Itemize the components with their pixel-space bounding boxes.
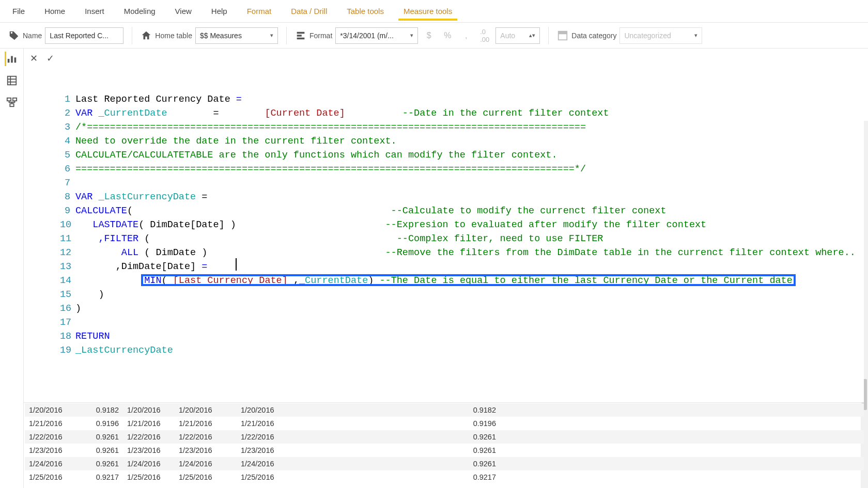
separator [132,27,132,44]
tab-view[interactable]: View [166,2,201,20]
table-row[interactable]: 1/20/20160.91821/20/20161/20/20161/20/20… [25,403,864,417]
svg-rect-3 [11,56,13,63]
canvas: Sal Sup FullName Date ✕ ✓ 1Last Reported… [24,49,868,488]
code-line: 10 LASTDATE( DimDate[Date] ) --Expresion… [60,218,864,232]
table-row[interactable]: 1/24/20160.92611/24/20161/24/20161/24/20… [25,457,864,470]
cell: 0.9261 [76,446,123,454]
view-rail [0,49,24,488]
code-line: 7 [60,176,864,190]
thousands-button[interactable]: , [458,28,474,43]
cell: 0.9182 [76,406,123,414]
percent-button[interactable]: % [440,28,455,43]
cell: 0.9261 [319,433,500,441]
tab-help[interactable]: Help [202,2,237,20]
tab-table-tools[interactable]: Table tools [337,2,393,20]
tab-file[interactable]: File [3,2,34,20]
chevron-down-icon: ▾ [270,32,273,39]
cell: 1/25/2016 [237,473,319,481]
cell: 1/20/2016 [123,406,175,414]
cell: 1/20/2016 [175,406,237,414]
ribbon-toolbar: Name Last Reported C... Home table $$ Me… [0,23,868,49]
code-line: 18RETURN [60,329,864,343]
cell: 0.9182 [319,406,500,414]
cell: 1/22/2016 [175,433,237,441]
cell: 1/21/2016 [237,419,319,428]
decimal-places-input[interactable]: Auto ▴▾ [495,27,540,44]
formula-controls: ✕ ✓ [24,49,60,402]
tab-data-drill[interactable]: Data / Drill [282,2,336,20]
measure-name-input[interactable]: Last Reported C... [45,27,123,44]
code-line: 16) [60,302,864,316]
svg-rect-1 [559,31,567,34]
tag-icon [8,30,20,41]
group-home-table: Home table $$ Measures ▾ [136,27,282,44]
code-line: 6=======================================… [60,162,864,176]
cell: 1/24/2016 [25,460,76,468]
table-row[interactable]: 1/21/20160.91961/21/20161/21/20161/21/20… [25,417,864,430]
decimal-icon[interactable]: .0.00 [477,28,492,43]
format-select[interactable]: *3/14/2001 (m/... ▾ [335,27,418,44]
cell: 0.9261 [76,433,123,441]
table-row[interactable]: 1/25/20160.92171/25/20161/25/20161/25/20… [25,470,864,484]
code-line: 13 ,DimDate[Date] = [60,260,864,274]
cell: 1/21/2016 [175,419,237,428]
tab-modeling[interactable]: Modeling [115,2,165,20]
home-table-label: Home table [155,32,192,40]
tab-insert[interactable]: Insert [75,2,114,20]
cell: 1/20/2016 [25,406,76,414]
cell: 1/20/2016 [237,406,319,414]
separator [548,27,549,44]
main-area: Sal Sup FullName Date ✕ ✓ 1Last Reported… [0,49,868,488]
svg-rect-5 [7,76,16,85]
tab-format[interactable]: Format [238,2,281,20]
group-name: Name Last Reported C... [4,27,128,44]
format-value: *3/14/2001 (m/... [340,32,394,40]
cell: 0.9196 [319,419,500,428]
chevron-down-icon: ▾ [694,32,698,39]
cell: 1/23/2016 [25,446,76,454]
cell: 0.9261 [319,460,500,468]
group-data-category: Data category Uncategorized ▾ [553,27,706,44]
cell: 0.9196 [76,419,123,428]
table-row[interactable]: 1/22/20160.92611/22/20161/22/20161/22/20… [25,430,864,444]
data-category-select[interactable]: Uncategorized ▾ [619,27,702,44]
cell: 1/23/2016 [237,446,319,454]
svg-rect-4 [14,57,16,62]
cell: 1/24/2016 [175,460,237,468]
text-caret [236,258,237,271]
cell: 1/22/2016 [25,433,76,441]
code-line: 8VAR _LastCurrencyDate = [60,190,864,204]
cell: 0.9217 [319,473,500,481]
ribbon-tabs: File Home Insert Modeling View Help Form… [0,0,868,23]
tab-measure-tools[interactable]: Measure tools [394,2,461,20]
cell: 1/21/2016 [25,419,76,428]
cell: 1/24/2016 [237,460,319,468]
home-table-select[interactable]: $$ Measures ▾ [195,27,278,44]
cell: 1/25/2016 [25,473,76,481]
name-label: Name [23,32,42,40]
code-line: 5CALCULATE/CALCULATETABLE are the only f… [60,148,864,162]
cell: 0.9217 [76,473,123,481]
decimal-places-value: Auto [500,32,515,40]
code-line: 3/*=====================================… [60,120,864,134]
data-category-value: Uncategorized [624,32,671,40]
cancel-formula-button[interactable]: ✕ [27,52,40,65]
report-view-button[interactable] [5,52,19,66]
formula-bar: ✕ ✓ 1Last Reported Currency Date =2VAR _… [24,49,864,403]
cell: 0.9261 [76,460,123,468]
tab-home[interactable]: Home [35,2,74,20]
commit-formula-button[interactable]: ✓ [43,52,57,65]
table-row[interactable]: 1/23/20160.92611/23/20161/23/20161/23/20… [25,444,864,457]
code-line: 15 ) [60,288,864,302]
code-line: 12 ALL ( DimDate ) --Remove the filters … [60,246,864,260]
category-icon [557,30,568,41]
svg-rect-9 [7,98,10,101]
svg-rect-10 [12,98,16,101]
home-icon [141,30,152,41]
model-view-button[interactable] [5,95,19,109]
data-category-label: Data category [571,32,616,40]
data-view-button[interactable] [5,73,19,88]
dax-editor[interactable]: 1Last Reported Currency Date =2VAR _Curr… [60,49,864,402]
code-line: 4Need to override the date in the curren… [60,134,864,148]
currency-button[interactable]: $ [421,28,437,43]
